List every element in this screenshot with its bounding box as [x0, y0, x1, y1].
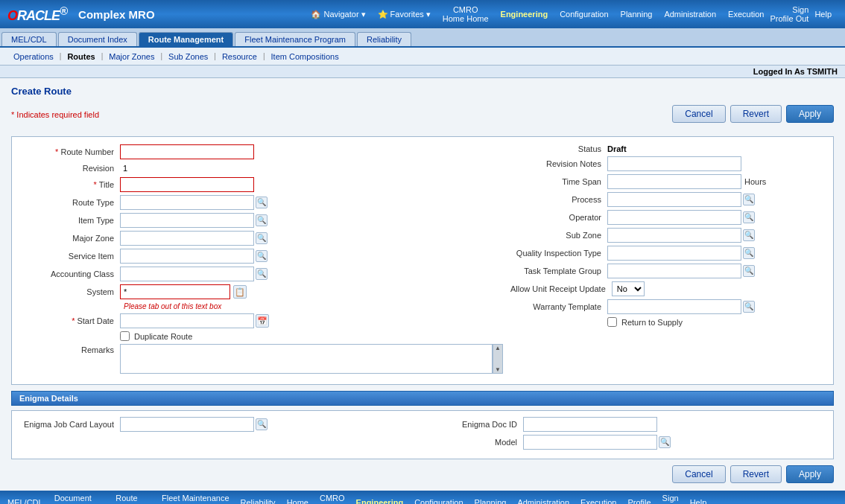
accounting-class-search-icon[interactable]: 🔍 [256, 268, 268, 280]
accounting-class-input[interactable] [120, 267, 254, 281]
calendar-icon[interactable]: 📅 [256, 314, 269, 328]
warranty-template-input[interactable] [607, 299, 741, 314]
tab-fleet-maintenance[interactable]: Fleet Maintenance Program [235, 32, 355, 46]
oracle-logo: ORACLE® [7, 4, 67, 24]
return-to-supply-checkbox[interactable] [607, 317, 617, 327]
tab-bar: MEL/CDL Document Index Route Management … [0, 28, 845, 48]
cmro-home[interactable]: CMROHome Home [443, 5, 489, 23]
enigma-section: Enigma Details Enigma Job Card Layout 🔍 … [11, 391, 834, 459]
navigator-btn[interactable]: 🏠 Navigator ▾ [305, 8, 371, 21]
remarks-textarea[interactable] [120, 344, 493, 374]
footer-route-management[interactable]: RouteManagement [103, 494, 151, 504]
sub-nav-sub-zones[interactable]: Sub Zones [162, 51, 214, 63]
quality-inspection-search-icon[interactable]: 🔍 [743, 247, 755, 259]
footer-reliability[interactable]: Reliability [241, 498, 276, 504]
operator-input[interactable] [607, 210, 741, 225]
footer-document-index[interactable]: DocumentIndex [54, 494, 92, 504]
footer-planning[interactable]: Planning [475, 498, 507, 504]
execution-link[interactable]: Execution [722, 8, 770, 20]
sub-nav-resource[interactable]: Resource [216, 51, 263, 63]
model-input[interactable] [523, 435, 657, 450]
enigma-doc-id-input[interactable] [523, 417, 657, 432]
service-item-label: Service Item [23, 252, 120, 261]
sub-nav-operations[interactable]: Operations [7, 51, 60, 63]
route-number-input[interactable] [120, 144, 254, 159]
tab-mel-cdl[interactable]: MEL/CDL [1, 32, 57, 46]
revision-notes-input[interactable] [607, 156, 741, 171]
footer-help[interactable]: Help [690, 498, 707, 504]
tab-document-index[interactable]: Document Index [58, 32, 137, 46]
apply-button-bottom[interactable]: Apply [786, 465, 834, 483]
top-header: ORACLE® Complex MRO 🏠 Navigator ▾ ⭐ Favo… [0, 0, 845, 28]
allow-unit-receipt-row: Allow Unit Receipt Update No Yes [510, 281, 822, 296]
footer-home[interactable]: Home [287, 498, 308, 504]
time-span-input[interactable] [607, 174, 741, 189]
revert-button-top[interactable]: Revert [730, 105, 782, 123]
service-item-input[interactable] [120, 249, 254, 264]
task-template-search-icon[interactable]: 🔍 [743, 265, 755, 277]
sub-zone-search-icon[interactable]: 🔍 [743, 229, 755, 241]
footer-cmro-home[interactable]: CMROHome [320, 494, 345, 504]
route-type-search-icon[interactable]: 🔍 [256, 197, 268, 208]
revision-notes-row: Revision Notes [510, 156, 822, 171]
cancel-button-bottom[interactable]: Cancel [672, 465, 725, 483]
footer-administration[interactable]: Administration [517, 498, 569, 504]
enigma-job-card-search-icon[interactable]: 🔍 [256, 418, 268, 430]
revert-button-bottom[interactable]: Revert [730, 465, 782, 483]
footer-engineering[interactable]: Engineering [356, 498, 404, 504]
app-title: Complex MRO [78, 8, 155, 21]
scroll-up-icon: ▲ [495, 345, 501, 351]
administration-link[interactable]: Administration [658, 8, 722, 20]
status-label: Status [510, 144, 607, 153]
process-input[interactable] [607, 192, 741, 207]
profile-link[interactable]: Profile Out [770, 14, 808, 23]
major-zone-search-icon[interactable]: 🔍 [256, 232, 268, 244]
start-date-input[interactable] [120, 313, 254, 328]
sub-nav-item-compositions[interactable]: Item Compositions [265, 51, 345, 63]
sub-nav-routes[interactable]: Routes [61, 51, 101, 63]
process-search-icon[interactable]: 🔍 [743, 194, 755, 205]
major-zone-input[interactable] [120, 231, 254, 246]
cancel-button-top[interactable]: Cancel [672, 105, 725, 123]
tab-route-management[interactable]: Route Management [139, 32, 233, 46]
memo-icon[interactable]: 📋 [233, 285, 247, 299]
planning-link[interactable]: Planning [615, 8, 659, 20]
footer-sign-out[interactable]: SignOut [662, 494, 679, 504]
quality-inspection-input[interactable] [607, 246, 741, 261]
footer-profile[interactable]: Profile [627, 498, 651, 504]
engineering-link[interactable]: Engineering [495, 8, 554, 20]
remarks-area: ▲ ▼ [120, 344, 503, 374]
system-input[interactable] [120, 284, 230, 299]
duplicate-route-checkbox[interactable] [120, 331, 130, 341]
duplicate-route-field: Duplicate Route [120, 331, 192, 341]
allow-unit-receipt-select[interactable]: No Yes [612, 281, 645, 296]
route-type-input[interactable] [120, 195, 254, 210]
sign-link[interactable]: Sign [792, 5, 808, 14]
footer-mel-cdl[interactable]: MEL/CDL [7, 498, 43, 504]
operator-search-icon[interactable]: 🔍 [743, 211, 755, 223]
favorites-btn[interactable]: ⭐ Favorites ▾ [372, 8, 437, 21]
model-search-icon[interactable]: 🔍 [659, 436, 671, 448]
footer-fleet-maintenance[interactable]: Fleet MaintenanceProgram [162, 494, 230, 504]
tab-reliability[interactable]: Reliability [357, 32, 411, 46]
accounting-class-label: Accounting Class [23, 269, 120, 278]
title-input[interactable] [120, 177, 254, 192]
footer-configuration[interactable]: Configuration [414, 498, 463, 504]
sub-zone-input[interactable] [607, 228, 741, 243]
hours-label: Hours [744, 177, 766, 186]
warranty-template-search-icon[interactable]: 🔍 [743, 301, 755, 313]
configuration-link[interactable]: Configuration [554, 8, 614, 20]
item-type-input[interactable] [120, 213, 254, 228]
apply-button-top[interactable]: Apply [786, 105, 834, 123]
footer-execution[interactable]: Execution [580, 498, 616, 504]
remarks-scrollbar[interactable]: ▲ ▼ [493, 344, 503, 374]
enigma-job-card-input[interactable] [120, 417, 254, 432]
item-type-search-icon[interactable]: 🔍 [256, 214, 268, 226]
footer-nav: MEL/CDL DocumentIndex RouteManagement Fl… [0, 491, 845, 504]
help-link[interactable]: Help [808, 8, 838, 20]
sub-nav-major-zones[interactable]: Major Zones [103, 51, 160, 63]
task-template-input[interactable] [607, 264, 741, 278]
process-row: Process 🔍 [510, 192, 822, 207]
service-item-search-icon[interactable]: 🔍 [256, 250, 268, 262]
sub-zone-label: Sub Zone [510, 231, 607, 240]
